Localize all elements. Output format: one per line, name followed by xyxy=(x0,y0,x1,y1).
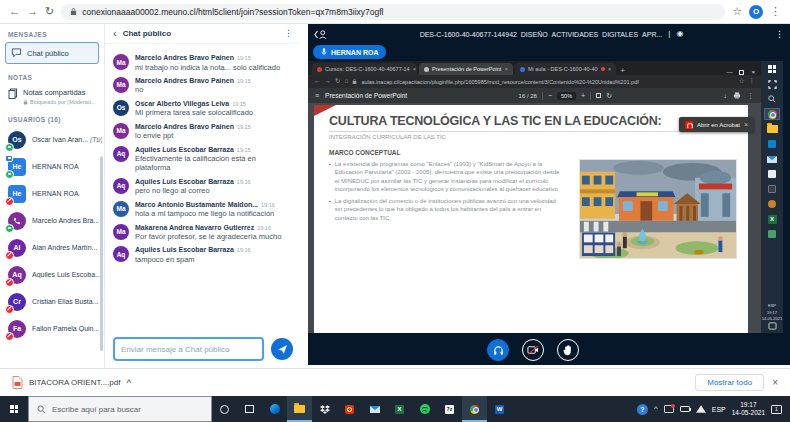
user-row[interactable]: Cr Cristian Elias Busta... xyxy=(0,288,104,315)
home-icon[interactable]: ⌂ xyxy=(344,78,348,85)
dropbox-icon[interactable] xyxy=(312,396,337,422)
maximize-icon[interactable] xyxy=(739,70,744,75)
chat-message-input[interactable] xyxy=(113,337,264,361)
shared-url-text[interactable]: aulas.inacap.cl/capacitacion/pluginfile.… xyxy=(361,79,734,85)
excel-icon[interactable]: X xyxy=(764,213,780,225)
sidebar-item-chat-publico[interactable]: Chat público xyxy=(5,42,99,64)
downloads-close-icon[interactable]: × xyxy=(772,378,778,388)
edge-icon[interactable] xyxy=(262,396,287,422)
users-scrollbar[interactable] xyxy=(100,156,103,351)
mail-icon[interactable] xyxy=(362,396,387,422)
tray-date[interactable]: 14-05-2021 xyxy=(762,316,782,321)
forward-icon[interactable]: → xyxy=(27,6,38,17)
address-bar[interactable]: conexionaaaa00002.meuno.cl/html5client/j… xyxy=(61,4,725,20)
rotate-icon[interactable]: ↻ xyxy=(606,92,612,99)
bookmark-star-icon[interactable]: ☆ xyxy=(739,78,745,85)
gallery-icon[interactable] xyxy=(764,228,780,240)
pdf-menu-icon[interactable]: ≡ xyxy=(315,92,319,99)
browser-menu-icon[interactable]: ⋮ xyxy=(770,6,781,17)
stage-options-icon[interactable]: ⋮ xyxy=(775,30,784,39)
tab-close-icon[interactable]: × xyxy=(504,66,508,72)
user-row[interactable]: Aq Aquiles Luis Escoba... xyxy=(0,261,104,288)
webcam-button[interactable] xyxy=(522,339,544,361)
user-row[interactable]: He HERNAN ROA xyxy=(0,153,104,180)
tab-mi-aula[interactable]: Mi aula - DES-C-1600-40-40× xyxy=(515,63,616,75)
record-indicator-icon[interactable]: ◉ xyxy=(676,30,683,38)
taskbar-search[interactable]: Escribe aquí para buscar xyxy=(28,396,212,422)
fullscreen-icon[interactable] xyxy=(764,78,780,90)
bookmark-star-icon[interactable]: ☆ xyxy=(732,6,742,17)
user-row[interactable]: Fa Fallon Pamela Quin... xyxy=(0,315,104,342)
tab-close-icon[interactable]: × xyxy=(608,66,612,72)
spotify-icon[interactable] xyxy=(412,396,437,422)
word-icon[interactable]: W xyxy=(487,396,512,422)
download-caret-icon[interactable]: ^ xyxy=(126,378,131,387)
tab-close-icon[interactable]: × xyxy=(413,66,417,72)
settings-icon[interactable] xyxy=(764,198,780,210)
tray-language[interactable]: ESP xyxy=(768,303,776,308)
talking-indicator[interactable]: HERNAN ROA xyxy=(313,45,386,59)
message-time: 19:15 xyxy=(237,124,251,130)
tray-expand-icon[interactable]: ^ xyxy=(654,405,658,413)
forward-icon[interactable]: → xyxy=(325,78,332,85)
back-icon[interactable]: ← xyxy=(9,6,20,17)
network-icon[interactable] xyxy=(696,405,706,413)
chrome-icon[interactable] xyxy=(462,396,487,422)
user-row[interactable]: Al Alan Andres Martín... xyxy=(0,234,104,261)
office-icon[interactable] xyxy=(337,396,362,422)
cortana-icon[interactable] xyxy=(212,396,237,422)
back-icon[interactable]: ← xyxy=(314,78,321,85)
chrome-icon[interactable] xyxy=(764,108,780,120)
excel-icon[interactable]: X xyxy=(387,396,412,422)
tab-cursos[interactable]: Cursos: DES-C-1600-40-40677-14× xyxy=(312,63,417,75)
acrobat-close-icon[interactable]: × xyxy=(744,121,748,128)
download-icon[interactable]: ↓ xyxy=(724,92,728,99)
start-button[interactable] xyxy=(0,396,28,422)
browser-menu-icon[interactable]: ⋮ xyxy=(749,78,756,85)
show-all-downloads-button[interactable]: Mostrar todo xyxy=(695,374,764,391)
avatar: Aq xyxy=(113,178,129,194)
teams-notification-icon[interactable] xyxy=(664,405,674,413)
search-icon[interactable] xyxy=(764,93,780,105)
photos-icon[interactable] xyxy=(764,168,780,180)
pdf-options-icon[interactable]: ⋮ xyxy=(747,92,754,99)
reload-icon[interactable]: ↻ xyxy=(45,6,54,17)
camera-icon[interactable] xyxy=(764,183,780,195)
language-indicator[interactable]: ESP xyxy=(712,406,726,413)
battery-icon[interactable] xyxy=(680,406,690,412)
open-in-acrobat-button[interactable]: Abrir en Acrobat × xyxy=(679,117,754,132)
task-view-icon[interactable] xyxy=(237,396,262,422)
store-icon[interactable] xyxy=(764,138,780,150)
zoom-in-icon[interactable]: + xyxy=(581,92,585,99)
sidebar-item-shared-notes[interactable]: Notas compartidas Bloqueado por (Moderad… xyxy=(0,84,104,109)
get-help-icon[interactable]: ? xyxy=(637,404,648,415)
user-row[interactable]: Marcelo Andres Bra... xyxy=(0,207,104,234)
send-message-button[interactable] xyxy=(271,338,293,360)
file-explorer-icon[interactable] xyxy=(764,123,780,135)
download-item[interactable]: BITACORA ORIENT....pdf ^ xyxy=(12,376,131,389)
browser-profile-avatar[interactable]: O xyxy=(749,5,763,19)
new-tab-icon[interactable]: + xyxy=(620,67,625,75)
7zip-icon[interactable]: 7z xyxy=(437,396,462,422)
audio-button[interactable] xyxy=(487,339,509,361)
hide-userlist-icon[interactable] xyxy=(314,29,328,40)
chat-back-icon[interactable]: ‹ xyxy=(113,28,117,39)
chat-message: Ma Makarena Andrea Navarro Gutierrez19:1… xyxy=(113,224,293,242)
chat-options-icon[interactable]: ⋮ xyxy=(284,29,293,38)
fit-page-icon[interactable] xyxy=(596,93,601,98)
start-button[interactable] xyxy=(764,63,780,75)
file-explorer-icon[interactable] xyxy=(287,396,312,422)
mail-icon[interactable] xyxy=(764,153,780,165)
user-row[interactable]: He HERNAN ROA xyxy=(0,180,104,207)
print-icon[interactable] xyxy=(733,92,741,99)
reload-icon[interactable]: ↻ xyxy=(335,78,340,85)
zoom-out-icon[interactable]: − xyxy=(548,92,552,99)
pdf-zoom-level[interactable]: 50% xyxy=(557,92,576,100)
raise-hand-button[interactable] xyxy=(557,339,579,361)
taskbar-clock[interactable]: 19:17 14-05-2021 xyxy=(732,401,765,417)
notifications-icon[interactable] xyxy=(768,322,777,330)
user-row[interactable]: Os Oscar Ivan Aran... (Tú) xyxy=(0,126,104,153)
tab-presentacion-powerpoint[interactable]: Presentación de PowerPoint× xyxy=(419,63,513,75)
tray-time[interactable]: 19:17 xyxy=(767,310,777,315)
action-center-icon[interactable]: 1 xyxy=(771,405,782,414)
